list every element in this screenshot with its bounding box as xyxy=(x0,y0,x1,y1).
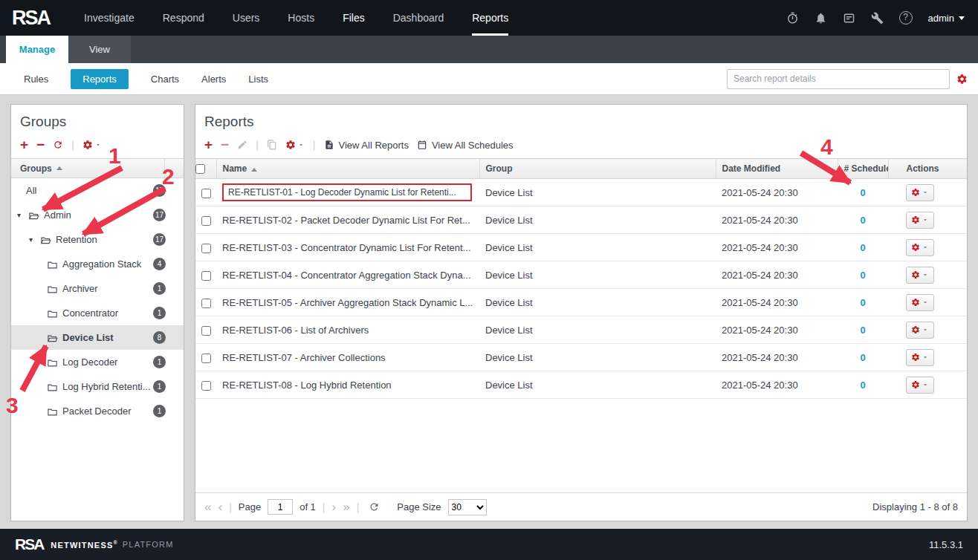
group-item-aggregation-stack[interactable]: Aggregation Stack 4 xyxy=(11,252,184,276)
group-item-device-list[interactable]: Device List 8 xyxy=(11,325,184,350)
column-header-date-modified[interactable]: Date Modified xyxy=(716,159,838,179)
row-actions-button[interactable] xyxy=(906,322,934,339)
row-checkbox[interactable] xyxy=(201,271,211,281)
refresh-groups-button[interactable] xyxy=(53,140,63,150)
prev-page-button[interactable]: ‹ xyxy=(218,501,222,513)
row-actions-button[interactable] xyxy=(906,267,934,284)
admin-user-menu[interactable]: admin xyxy=(928,13,965,24)
last-page-button[interactable]: » xyxy=(343,501,349,513)
expand-icon[interactable]: ▾ xyxy=(29,235,40,244)
select-all-checkbox[interactable] xyxy=(195,164,205,174)
nav-users[interactable]: Users xyxy=(233,0,260,36)
row-checkbox[interactable] xyxy=(201,216,211,226)
schedules-count-link[interactable]: 0 xyxy=(860,325,865,336)
nav-hosts[interactable]: Hosts xyxy=(288,0,314,36)
jobs-icon[interactable] xyxy=(843,12,855,25)
schedules-count-link[interactable]: 0 xyxy=(860,187,865,198)
row-checkbox[interactable] xyxy=(201,354,211,363)
group-item-admin[interactable]: ▾ Admin 17 xyxy=(11,203,184,227)
copy-report-button[interactable] xyxy=(267,140,277,150)
tools-icon[interactable] xyxy=(871,12,884,25)
group-actions-menu-button[interactable] xyxy=(82,140,102,150)
row-checkbox[interactable] xyxy=(201,381,211,391)
expand-icon[interactable]: ▾ xyxy=(17,211,28,219)
group-item-all[interactable]: All 17 xyxy=(11,178,184,203)
edit-report-button[interactable] xyxy=(237,140,247,150)
add-group-button[interactable]: + xyxy=(20,139,28,151)
view-all-schedules-button[interactable]: View All Schedules xyxy=(417,140,514,151)
report-name: RE-RETLIST-05 - Archiver Aggregation Sta… xyxy=(216,289,479,316)
table-row[interactable]: RE-RETLIST-02 - Packet Decoder Dynamic L… xyxy=(195,206,967,234)
subtab-lists[interactable]: Lists xyxy=(248,74,268,85)
add-report-button[interactable]: + xyxy=(204,139,213,151)
tab-view[interactable]: View xyxy=(68,36,131,63)
table-row[interactable]: RE-RETLIST-04 - Concentrator Aggregation… xyxy=(195,261,967,289)
table-row[interactable]: RE-RETLIST-06 - List of Archivers Device… xyxy=(195,316,967,344)
chevron-down-icon xyxy=(922,189,929,196)
subtab-charts[interactable]: Charts xyxy=(151,74,179,85)
page-number-input[interactable] xyxy=(268,499,293,515)
next-page-button[interactable]: › xyxy=(331,501,336,513)
schedules-count-link[interactable]: 0 xyxy=(860,215,865,226)
nav-respond[interactable]: Respond xyxy=(163,0,204,36)
group-item-log-hybrid-retention[interactable]: Log Hybrid Retenti... 1 xyxy=(11,374,184,399)
nav-investigate[interactable]: Investigate xyxy=(84,0,135,36)
nav-reports[interactable]: Reports xyxy=(472,0,508,36)
table-row[interactable]: RE-RETLIST-08 - Log Hybrid Retention Dev… xyxy=(195,371,967,399)
row-checkbox[interactable] xyxy=(201,299,211,308)
table-row[interactable]: RE-RETLIST-03 - Concentrator Dynamic Lis… xyxy=(195,234,967,261)
row-actions-button[interactable] xyxy=(906,349,934,366)
table-row[interactable]: RE-RETLIST-07 - Archiver Collections Dev… xyxy=(195,344,967,371)
page-size-select[interactable]: 30 xyxy=(448,499,487,515)
column-header-actions: Actions xyxy=(888,159,967,179)
nav-dashboard[interactable]: Dashboard xyxy=(393,0,444,36)
schedules-count-link[interactable]: 0 xyxy=(860,380,865,391)
search-input[interactable] xyxy=(727,69,950,89)
report-name: RE-RETLIST-07 - Archiver Collections xyxy=(216,344,479,371)
group-item-packet-decoder[interactable]: Packet Decoder 1 xyxy=(11,399,184,423)
row-actions-button[interactable] xyxy=(906,377,934,394)
schedules-count-link[interactable]: 0 xyxy=(860,352,865,363)
first-page-button[interactable]: « xyxy=(204,501,211,513)
column-header-schedules[interactable]: # Schedules xyxy=(838,159,888,179)
row-checkbox[interactable] xyxy=(201,189,211,198)
footer-bar: RSA NETWITNESS® PLATFORM 11.5.3.1 xyxy=(0,529,978,560)
groups-tree: All 17 ▾ Admin 17 ▾ Retention 17 xyxy=(11,178,184,521)
view-all-reports-button[interactable]: View All Reports xyxy=(324,140,409,151)
report-name: RE-RETLIST-08 - Log Hybrid Retention xyxy=(216,371,479,399)
report-actions-menu-button[interactable] xyxy=(285,140,305,150)
subtab-rules[interactable]: Rules xyxy=(24,74,48,85)
tab-manage[interactable]: Manage xyxy=(6,36,68,63)
subtab-alerts[interactable]: Alerts xyxy=(201,74,226,85)
row-actions-button[interactable] xyxy=(906,239,934,256)
table-row[interactable]: RE-RETLIST-05 - Archiver Aggregation Sta… xyxy=(195,289,967,316)
table-row[interactable]: RE-RETLIST-01 - Log Decoder Dynamic List… xyxy=(195,179,967,206)
group-item-log-decoder[interactable]: Log Decoder 1 xyxy=(11,350,184,374)
row-checkbox[interactable] xyxy=(201,244,211,253)
notifications-bell-icon[interactable] xyxy=(815,12,827,25)
row-actions-button[interactable] xyxy=(906,184,934,201)
timer-icon[interactable] xyxy=(786,12,799,25)
row-checkbox[interactable] xyxy=(201,326,211,336)
column-header-group[interactable]: Group xyxy=(479,159,716,179)
toolbar-separator: | xyxy=(256,139,259,151)
group-item-archiver[interactable]: Archiver 1 xyxy=(11,276,184,301)
group-item-retention[interactable]: ▾ Retention 17 xyxy=(11,227,184,252)
subtab-reports[interactable]: Reports xyxy=(71,69,129,89)
schedules-count-link[interactable]: 0 xyxy=(860,297,865,308)
search-settings-button[interactable] xyxy=(956,74,968,85)
help-icon[interactable]: ? xyxy=(899,11,913,25)
row-actions-button[interactable] xyxy=(906,212,934,229)
schedules-count-link[interactable]: 0 xyxy=(860,242,865,253)
row-actions-button[interactable] xyxy=(906,294,934,311)
refresh-table-button[interactable] xyxy=(369,501,380,512)
report-group: Device List xyxy=(479,261,716,289)
schedules-count-link[interactable]: 0 xyxy=(860,270,865,281)
chevron-down-icon xyxy=(922,271,929,279)
column-header-name[interactable]: Name xyxy=(216,159,479,179)
delete-report-button[interactable]: − xyxy=(221,139,229,151)
groups-column-header[interactable]: Groups xyxy=(11,158,184,178)
group-item-concentrator[interactable]: Concentrator 1 xyxy=(11,301,184,325)
delete-group-button[interactable]: − xyxy=(36,139,45,151)
nav-files[interactable]: Files xyxy=(343,0,365,36)
